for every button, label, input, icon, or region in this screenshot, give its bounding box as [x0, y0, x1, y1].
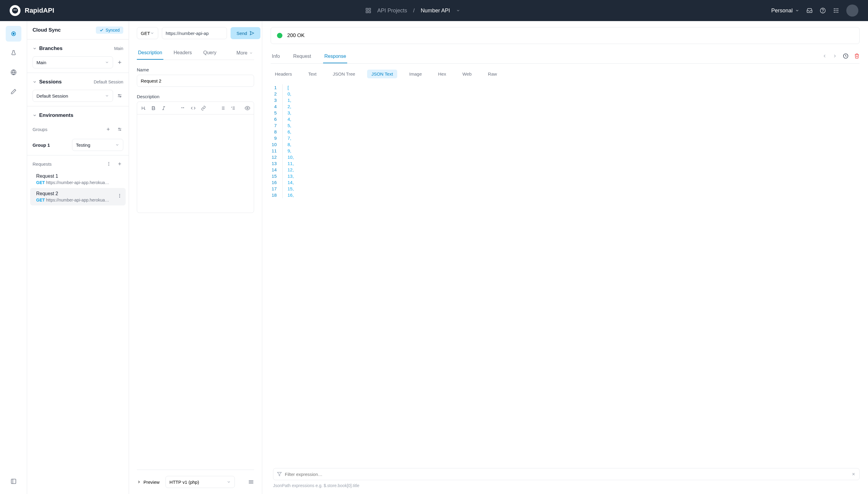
breadcrumb-projects[interactable]: API Projects	[377, 7, 407, 14]
session-settings-button[interactable]	[116, 92, 123, 99]
view-tab-raw[interactable]: Raw	[484, 70, 501, 78]
language-select[interactable]: HTTP v1 (php)	[165, 476, 235, 488]
tab-info[interactable]: Info	[271, 51, 281, 63]
description-label: Description	[137, 94, 254, 99]
send-icon	[250, 31, 254, 36]
rail-globe[interactable]	[6, 64, 21, 80]
svg-point-36	[120, 130, 121, 130]
status-box: 200 OK	[271, 27, 860, 44]
environment-select[interactable]: Testing	[72, 139, 123, 151]
apps-icon[interactable]	[833, 7, 839, 14]
chevron-down-icon[interactable]	[33, 80, 37, 84]
view-tab-hex[interactable]: Hex	[434, 70, 450, 78]
svg-point-0	[12, 7, 18, 14]
view-tab-web[interactable]: Web	[458, 70, 476, 78]
tab-response[interactable]: Response	[323, 51, 347, 63]
rail-collapse[interactable]	[6, 474, 21, 489]
breadcrumb-sep: /	[413, 7, 415, 14]
chevron-down-icon	[150, 31, 154, 35]
quote-icon[interactable]	[181, 106, 185, 111]
requests-more-button[interactable]	[105, 160, 112, 168]
svg-point-13	[835, 10, 836, 11]
tab-query[interactable]: Query	[202, 48, 218, 60]
branch-select[interactable]: Main	[33, 56, 113, 69]
request-item-more-button[interactable]	[117, 193, 122, 198]
svg-line-48	[163, 106, 164, 110]
language-value: HTTP v1 (php)	[169, 479, 199, 484]
branch-select-value: Main	[36, 60, 47, 65]
view-tab-json-text[interactable]: JSON Text	[367, 70, 397, 78]
add-branch-button[interactable]	[116, 59, 123, 66]
chevron-down-icon	[115, 143, 119, 147]
description-textarea[interactable]	[137, 114, 254, 213]
bold-icon[interactable]	[151, 106, 156, 111]
svg-point-9	[834, 8, 835, 10]
session-select[interactable]: Default Session	[33, 90, 113, 102]
rail-requests[interactable]	[6, 26, 21, 42]
italic-icon[interactable]	[161, 106, 166, 111]
svg-point-2	[15, 10, 17, 11]
history-prev-button[interactable]	[822, 54, 827, 58]
add-request-button[interactable]	[116, 160, 123, 168]
workspace-selector[interactable]: Personal	[771, 7, 799, 14]
description-editor	[137, 101, 254, 213]
svg-rect-3	[366, 8, 368, 10]
link-icon[interactable]	[201, 106, 206, 111]
brand-logo	[10, 5, 20, 16]
tab-headers[interactable]: Headers	[172, 48, 193, 60]
name-input[interactable]	[137, 75, 254, 87]
request-item-2[interactable]: Request 2 GET https://number-api-app.her…	[30, 188, 126, 205]
more-vertical-icon	[117, 193, 122, 198]
delete-button[interactable]	[854, 53, 860, 59]
heading-icon[interactable]	[141, 106, 146, 111]
send-button-label: Send	[237, 31, 247, 36]
svg-point-1	[14, 10, 15, 11]
breadcrumb-project[interactable]: Number API	[421, 7, 450, 14]
preview-icon[interactable]	[245, 106, 250, 111]
inbox-icon[interactable]	[807, 7, 813, 14]
code-line: 16 14,	[271, 179, 860, 186]
chevron-down-icon[interactable]	[33, 46, 37, 51]
sync-badge[interactable]: Synced	[96, 26, 123, 34]
preview-menu-button[interactable]	[248, 479, 254, 485]
list-icon[interactable]	[220, 106, 225, 111]
request-item-method: GET	[36, 197, 45, 203]
preview-toggle[interactable]: Preview	[137, 479, 160, 484]
view-tab-image[interactable]: Image	[405, 70, 426, 78]
help-icon[interactable]	[820, 7, 826, 14]
chevron-down-icon[interactable]	[456, 8, 460, 13]
tab-more[interactable]: More	[235, 48, 254, 60]
add-group-button[interactable]	[105, 126, 112, 133]
code-icon[interactable]	[191, 106, 196, 111]
view-tab-text[interactable]: Text	[304, 70, 321, 78]
url-input[interactable]	[162, 27, 227, 39]
response-body[interactable]: 1 [2 0,3 1,4 2,5 3,6 4,7 5,8 6,9 7,10 8,…	[271, 84, 860, 198]
ordered-list-icon[interactable]	[230, 106, 235, 111]
request-item-url: https://number-api-app.herokua…	[46, 180, 109, 185]
rail-tests[interactable]	[6, 45, 21, 61]
avatar[interactable]	[846, 4, 858, 17]
groups-label: Groups	[33, 127, 47, 132]
tab-description[interactable]: Description	[137, 48, 163, 60]
method-select[interactable]: GET	[137, 27, 158, 39]
view-tab-headers[interactable]: Headers	[271, 70, 296, 78]
code-line: 5 3,	[271, 110, 860, 116]
request-item-1[interactable]: Request 1 GET https://number-api-app.her…	[27, 170, 129, 188]
history-button[interactable]	[843, 53, 849, 59]
group-settings-button[interactable]	[116, 126, 123, 133]
code-line: 13 11,	[271, 160, 860, 167]
view-tab-json-tree[interactable]: JSON Tree	[329, 70, 359, 78]
filter-input[interactable]	[285, 472, 848, 477]
rail-edit[interactable]	[6, 84, 21, 99]
svg-point-43	[119, 195, 120, 196]
sliders-icon	[117, 93, 122, 98]
send-button[interactable]: Send	[230, 27, 260, 39]
filter-icon	[277, 472, 282, 477]
clear-filter-button[interactable]	[851, 472, 856, 476]
plus-icon	[106, 127, 111, 132]
chevron-down-icon[interactable]	[33, 113, 37, 117]
history-next-button[interactable]	[832, 54, 837, 58]
code-line: 3 1,	[271, 97, 860, 103]
group-1-label: Group 1	[33, 142, 69, 148]
tab-request[interactable]: Request	[292, 51, 313, 63]
